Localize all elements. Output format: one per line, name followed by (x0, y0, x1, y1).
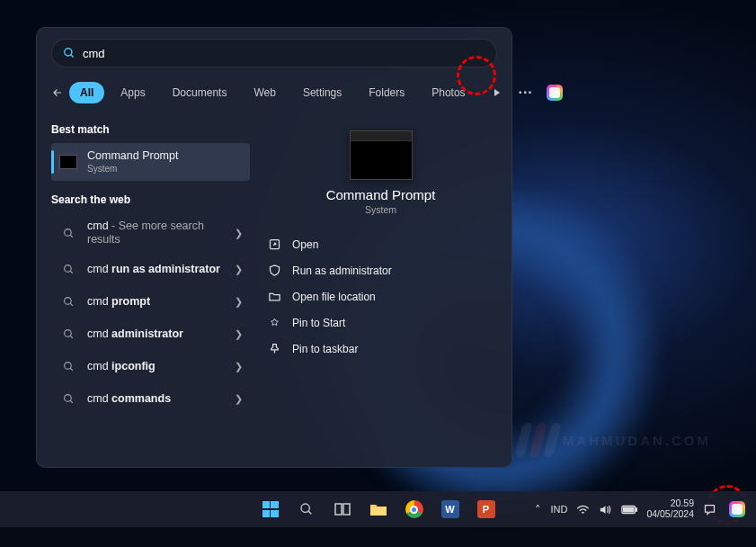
svg-line-1 (71, 55, 74, 58)
search-icon (58, 259, 78, 279)
best-match-result[interactable]: Command Prompt System (51, 143, 250, 181)
tab-scroll-right[interactable] (487, 83, 507, 103)
pin-icon (268, 342, 281, 355)
search-input[interactable] (83, 47, 485, 60)
chevron-right-icon: ❯ (235, 361, 243, 372)
taskbar-center: W P (254, 493, 503, 525)
wifi-icon[interactable] (576, 504, 590, 516)
taskbar-reflection (0, 527, 756, 547)
best-match-title: Command Prompt (87, 149, 178, 162)
svg-point-2 (64, 229, 71, 236)
svg-line-9 (70, 336, 73, 338)
preview-subtitle: System (264, 204, 497, 215)
web-result[interactable]: cmd ipconfig❯ (51, 350, 250, 382)
chevron-right-icon: ❯ (235, 228, 243, 239)
copilot-icon (547, 85, 563, 101)
tab-folders[interactable]: Folders (358, 82, 415, 103)
search-icon (58, 356, 78, 376)
preview-title: Command Prompt (264, 187, 497, 202)
powerpoint[interactable]: P (470, 493, 503, 525)
folder-icon (369, 502, 387, 516)
task-view[interactable] (326, 493, 359, 525)
cmd-icon (58, 152, 78, 172)
search-tabs: All Apps Documents Web Settings Folders … (37, 76, 511, 114)
action-open-location[interactable]: Open file location (264, 283, 497, 309)
svg-point-10 (64, 362, 71, 369)
tab-settings[interactable]: Settings (292, 82, 352, 103)
tab-web[interactable]: Web (243, 82, 286, 103)
svg-rect-18 (343, 504, 350, 515)
web-result[interactable]: cmd commands❯ (51, 382, 250, 415)
svg-line-5 (70, 271, 73, 274)
play-icon (493, 88, 502, 97)
web-result[interactable]: cmd prompt❯ (51, 285, 250, 318)
tab-all[interactable]: All (69, 82, 104, 103)
tab-documents[interactable]: Documents (162, 82, 238, 103)
tray-chevron[interactable]: ˄ (535, 503, 541, 516)
start-button[interactable] (254, 493, 287, 525)
start-search-panel: All Apps Documents Web Settings Folders … (36, 27, 512, 468)
search-box[interactable] (51, 39, 497, 67)
windows-icon (262, 501, 279, 517)
chevron-right-icon: ❯ (235, 328, 243, 340)
powerpoint-icon: P (477, 500, 495, 518)
tray-language[interactable]: IND (550, 504, 567, 515)
chevron-right-icon: ❯ (235, 264, 243, 275)
chrome[interactable] (398, 493, 431, 525)
notifications-icon[interactable] (703, 503, 716, 516)
svg-rect-19 (370, 507, 387, 516)
preview-app-icon (350, 130, 413, 180)
search-icon (299, 502, 314, 516)
search-icon (58, 223, 78, 243)
back-button[interactable] (51, 80, 64, 105)
chevron-right-icon: ❯ (235, 296, 243, 308)
file-explorer[interactable] (362, 493, 395, 525)
copilot-button[interactable] (545, 83, 565, 103)
search-web-label: Search the web (51, 193, 250, 206)
search-icon (58, 324, 78, 344)
svg-point-0 (65, 49, 72, 56)
action-pin-taskbar[interactable]: Pin to taskbar (264, 336, 497, 362)
svg-line-11 (70, 368, 73, 371)
word[interactable]: W (434, 493, 467, 525)
more-button[interactable]: ··· (516, 83, 536, 103)
svg-line-13 (70, 400, 73, 403)
svg-rect-22 (624, 507, 634, 512)
shield-icon (268, 264, 281, 277)
svg-point-15 (301, 504, 309, 512)
taskbar: W P ˄ IND 20.59 04/05/2024 (0, 491, 756, 527)
word-icon: W (441, 500, 459, 518)
system-tray: ˄ IND 20.59 04/05/2024 (535, 493, 749, 525)
action-run-admin[interactable]: Run as administrator (264, 257, 497, 283)
svg-rect-17 (335, 504, 342, 515)
search-icon (58, 389, 78, 408)
copilot-tray[interactable] (725, 493, 749, 525)
web-result[interactable]: cmd administrator❯ (51, 318, 250, 350)
pin-icon (268, 316, 281, 329)
arrow-left-icon (51, 86, 64, 99)
chevron-right-icon: ❯ (235, 393, 243, 405)
task-view-icon (334, 503, 351, 516)
svg-line-16 (308, 511, 311, 514)
best-match-label: Best match (51, 123, 250, 136)
taskbar-search[interactable] (290, 493, 323, 525)
volume-icon[interactable] (599, 504, 612, 516)
svg-point-12 (64, 394, 71, 401)
battery-icon[interactable] (621, 505, 637, 515)
svg-rect-21 (636, 507, 638, 510)
svg-line-3 (70, 235, 73, 238)
web-result[interactable]: cmd - See more search results❯ (51, 213, 250, 253)
web-result[interactable]: cmd run as administrator❯ (51, 253, 250, 285)
open-icon (268, 238, 281, 251)
watermark: MAHMUDAN.COM (519, 423, 711, 457)
desktop: MAHMUDAN.COM MAHMUDAN.COM All Apps Docum… (0, 0, 756, 547)
tab-photos[interactable]: Photos (421, 82, 476, 103)
tab-apps[interactable]: Apps (110, 82, 156, 103)
svg-point-8 (64, 329, 71, 336)
copilot-icon (729, 501, 745, 517)
action-open[interactable]: Open (264, 231, 497, 257)
best-match-subtitle: System (87, 164, 243, 175)
action-pin-start[interactable]: Pin to Start (264, 309, 497, 336)
svg-point-4 (64, 265, 71, 272)
tray-clock[interactable]: 20.59 04/05/2024 (646, 498, 694, 519)
